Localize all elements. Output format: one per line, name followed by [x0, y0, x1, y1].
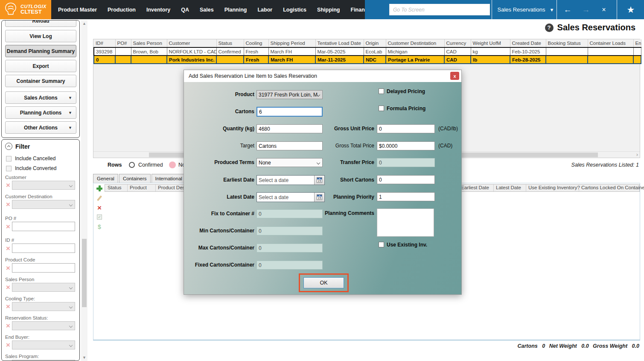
include-converted-checkbox[interactable] — [6, 166, 12, 171]
col-header[interactable]: Customer Destintation — [386, 39, 444, 47]
col-header[interactable]: Status — [216, 39, 244, 47]
cell[interactable] — [546, 47, 588, 56]
confirm-line-item-icon[interactable]: ✓ — [97, 214, 102, 220]
col-header[interactable]: Tentative Load Date — [315, 39, 364, 47]
ok-button[interactable]: OK — [303, 277, 344, 288]
forward-arrow-icon[interactable]: → — [579, 0, 593, 19]
cell[interactable]: Mar-05-2025 — [315, 47, 364, 56]
view-log-button[interactable]: View Log — [5, 30, 76, 42]
cell[interactable]: Feb-28-2025 — [510, 56, 546, 64]
product-code-filter-input[interactable] — [12, 263, 75, 273]
col-earliest-date[interactable]: Earliest Date — [461, 185, 489, 190]
clear-filter-icon[interactable]: × — [4, 223, 12, 230]
table-row[interactable]: 393298 Brown, Bob NORFOLK LTD - CAD Conf… — [94, 47, 641, 56]
edit-line-item-icon[interactable] — [97, 195, 102, 201]
menu-logistics[interactable]: Logistics — [283, 7, 306, 13]
id-number-filter-input[interactable] — [12, 244, 75, 253]
col-header[interactable]: Currency — [444, 39, 471, 47]
cell[interactable] — [633, 47, 641, 56]
planning-priority-input[interactable] — [377, 192, 435, 201]
customer-filter-select[interactable] — [12, 181, 75, 190]
menu-shipping[interactable]: Shipping — [317, 7, 340, 13]
cell[interactable]: Michigan — [386, 47, 444, 56]
end-buyer-filter-select[interactable] — [12, 340, 75, 349]
pricing-line-item-icon[interactable]: $ — [98, 223, 101, 230]
cell[interactable]: Feb-10-2025 — [510, 47, 546, 56]
menu-labor[interactable]: Labor — [257, 7, 272, 13]
cell[interactable] — [115, 56, 131, 64]
menu-qa[interactable]: QA — [181, 7, 189, 13]
col-header[interactable]: PO# — [115, 39, 131, 47]
cell[interactable]: 0 — [94, 56, 115, 64]
clear-filter-icon[interactable]: × — [4, 322, 12, 329]
latest-date-input[interactable] — [257, 193, 314, 202]
cell[interactable]: Fresh — [244, 47, 268, 56]
scrollbar-thumb[interactable] — [82, 239, 87, 307]
cell[interactable] — [546, 56, 588, 64]
dialog-close-icon[interactable]: x — [450, 72, 459, 80]
help-icon[interactable]: ? — [545, 23, 554, 32]
cell[interactable] — [216, 56, 244, 64]
col-product[interactable]: Product — [130, 185, 147, 190]
demand-planning-summary-button[interactable]: Demand Planning Summary — [5, 45, 76, 57]
scroll-down-icon[interactable]: ▼ — [81, 355, 87, 360]
add-line-item-icon[interactable] — [96, 185, 102, 191]
col-header[interactable]: Customer — [167, 39, 216, 47]
cell[interactable]: NORFOLK LTD - CAD — [167, 47, 216, 56]
cell[interactable]: Confirmed — [216, 47, 244, 56]
menu-production[interactable]: Production — [108, 7, 136, 13]
cell[interactable]: Pork Industries Inc. — [167, 56, 216, 64]
goto-screen-input[interactable] — [389, 4, 490, 15]
cell[interactable]: NDC — [364, 56, 386, 64]
po-number-filter-input[interactable] — [12, 222, 75, 231]
table-row-selected[interactable]: 0 Pork Industries Inc. Fresh March FH Ma… — [94, 56, 641, 64]
col-header[interactable]: Sales Person — [131, 39, 167, 47]
product-select[interactable]: 31977 Fresh Pork Loin, M — [256, 90, 323, 99]
planning-comments-textarea[interactable] — [377, 208, 434, 237]
col-header[interactable]: End — [633, 39, 641, 47]
sales-actions-dropdown[interactable]: Sales Actions ▼ — [5, 91, 76, 104]
cell[interactable]: March FH — [268, 56, 315, 64]
menu-product-master[interactable]: Product Master — [58, 7, 97, 13]
col-header[interactable]: Origin — [364, 39, 386, 47]
gross-total-price-input[interactable] — [377, 141, 435, 150]
cooling-type-filter-select[interactable] — [12, 302, 75, 311]
cell[interactable] — [633, 56, 641, 64]
col-header[interactable]: Booking Status — [546, 39, 588, 47]
cell[interactable] — [115, 47, 131, 56]
favorite-star-icon[interactable]: ★ — [624, 0, 638, 19]
reservation-status-filter-select[interactable] — [12, 321, 75, 330]
back-arrow-icon[interactable]: ← — [560, 0, 575, 19]
clear-filter-icon[interactable]: × — [4, 284, 12, 291]
tab-international[interactable]: International — [152, 174, 186, 183]
delete-line-item-icon[interactable]: × — [97, 205, 102, 211]
cell[interactable]: EcoLab — [364, 47, 386, 56]
clear-filter-icon[interactable]: × — [4, 245, 12, 252]
screen-selector-dropdown[interactable]: Sales Reservations ▼ — [496, 0, 555, 19]
col-header[interactable]: Shipping Period — [268, 39, 315, 47]
earliest-date-input[interactable] — [257, 176, 314, 185]
cell[interactable] — [131, 56, 167, 64]
cell[interactable]: CAD — [444, 56, 471, 64]
col-header[interactable]: ID# — [94, 39, 115, 47]
cell[interactable] — [588, 56, 633, 64]
close-screen-icon[interactable]: × — [597, 0, 611, 19]
export-button[interactable]: Export — [5, 60, 76, 72]
collapse-filter-icon[interactable] — [5, 143, 12, 150]
formula-pricing-checkbox[interactable] — [379, 106, 384, 111]
cell[interactable]: Portage La Prairie — [386, 56, 444, 64]
col-use-existing-inventory[interactable]: Use Existing Inventory? — [528, 185, 580, 190]
col-status[interactable]: Status — [108, 185, 122, 190]
cell[interactable]: Fresh — [244, 56, 268, 64]
col-header[interactable]: Cooling — [244, 39, 268, 47]
delayed-pricing-checkbox[interactable] — [379, 88, 384, 94]
short-cartons-input[interactable] — [377, 175, 435, 184]
col-header[interactable]: Created Date — [510, 39, 546, 47]
clear-filter-icon[interactable]: × — [4, 264, 12, 272]
cell[interactable]: Mar-11-2025 — [315, 56, 364, 64]
scroll-up-icon[interactable]: ▲ — [81, 21, 87, 26]
gross-unit-price-input[interactable] — [377, 124, 435, 133]
menu-sales[interactable]: Sales — [200, 7, 214, 13]
sidebar-scrollbar[interactable]: ▲ ▼ — [81, 20, 87, 361]
confirmed-radio[interactable] — [129, 162, 135, 168]
